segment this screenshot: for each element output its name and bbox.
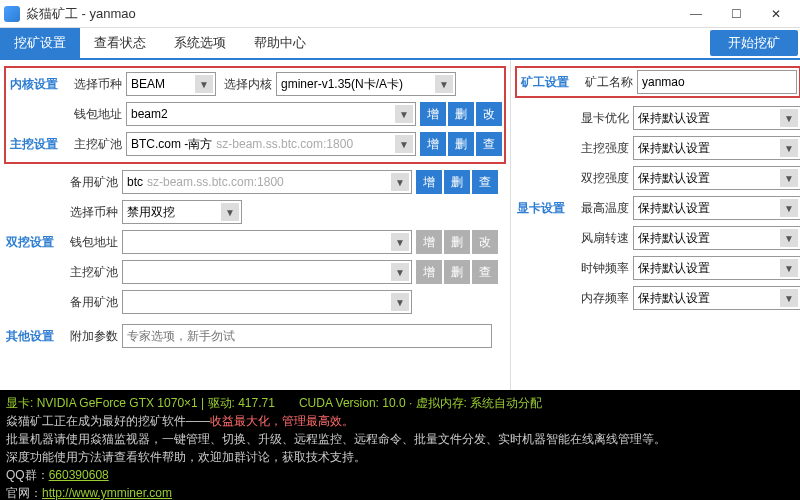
window-title: 焱猫矿工 - yanmao: [26, 5, 676, 23]
extra-params-input[interactable]: [122, 324, 492, 348]
console-line: 批量机器请使用焱猫监视器，一键管理、切换、升级、远程监控、远程命令、批量文件分发…: [6, 430, 794, 448]
kernel-section-highlight: 内核设置 选择币种 BEAM ▼ 选择内核 gminer-v1.35(N卡/A卡…: [4, 66, 506, 164]
chevron-down-icon: ▼: [221, 203, 239, 221]
console-line: QQ群：660390608: [6, 466, 794, 484]
miner-section-label: 矿工设置: [519, 74, 579, 91]
wallet-del-button[interactable]: 删: [448, 102, 474, 126]
dual-section-label: 双挖设置: [4, 234, 64, 251]
dual-pool-add-button: 增: [416, 260, 442, 284]
titlebar: 焱猫矿工 - yanmao — ☐ ✕: [0, 0, 800, 28]
chevron-down-icon: ▼: [780, 259, 798, 277]
backup-chk-button[interactable]: 查: [472, 170, 498, 194]
dual-wallet-add-button: 增: [416, 230, 442, 254]
chevron-down-icon: ▼: [780, 109, 798, 127]
tab-bar: 挖矿设置 查看状态 系统选项 帮助中心 开始挖矿: [0, 28, 800, 60]
pool-chk-button[interactable]: 查: [476, 132, 502, 156]
start-mining-button[interactable]: 开始挖矿: [710, 30, 798, 56]
chevron-down-icon: ▼: [435, 75, 453, 93]
other-section-label: 其他设置: [4, 328, 64, 345]
backup-pool-label: 备用矿池: [64, 174, 122, 191]
miner-name-label: 矿工名称: [579, 74, 637, 91]
tab-mining-settings[interactable]: 挖矿设置: [0, 28, 80, 58]
chevron-down-icon: ▼: [780, 139, 798, 157]
pool-select[interactable]: BTC.com -南方sz-beam.ss.btc.com:1800 ▼: [126, 132, 416, 156]
fan-label: 风扇转速: [575, 230, 633, 247]
chevron-down-icon: ▼: [395, 135, 413, 153]
gpu-section-label: 显卡设置: [515, 200, 575, 217]
left-panel: 内核设置 选择币种 BEAM ▼ 选择内核 gminer-v1.35(N卡/A卡…: [0, 60, 511, 390]
dual-pool-select[interactable]: ▼: [122, 260, 412, 284]
backup-del-button[interactable]: 删: [444, 170, 470, 194]
clock-label: 时钟频率: [575, 260, 633, 277]
wallet-label: 钱包地址: [68, 106, 126, 123]
chevron-down-icon: ▼: [195, 75, 213, 93]
chevron-down-icon: ▼: [780, 229, 798, 247]
console-line: 深度功能使用方法请查看软件帮助，欢迎加群讨论，获取技术支持。: [6, 448, 794, 466]
temp-label: 最高温度: [575, 200, 633, 217]
minimize-button[interactable]: —: [676, 2, 716, 26]
website-link[interactable]: http://www.ymminer.com: [42, 486, 172, 500]
dual-coin-select[interactable]: 禁用双挖 ▼: [122, 200, 242, 224]
console-line: 焱猫矿工正在成为最好的挖矿软件——收益最大化，管理最高效。: [6, 412, 794, 430]
tab-status[interactable]: 查看状态: [80, 28, 160, 58]
console-line: 官网：http://www.ymminer.com: [6, 484, 794, 500]
kernel-select[interactable]: gminer-v1.35(N卡/A卡) ▼: [276, 72, 456, 96]
chevron-down-icon: ▼: [780, 289, 798, 307]
dual-wallet-del-button: 删: [444, 230, 470, 254]
kernel-section-label: 内核设置: [8, 76, 68, 93]
pool-del-button[interactable]: 删: [448, 132, 474, 156]
chevron-down-icon: ▼: [391, 293, 409, 311]
dual-int-label: 双挖强度: [575, 170, 633, 187]
mem-label: 内存频率: [575, 290, 633, 307]
gpu-info-line: 显卡: NVIDIA GeForce GTX 1070×1 | 驱动: 417.…: [6, 394, 794, 412]
qq-group-link[interactable]: 660390608: [49, 468, 109, 482]
backup-add-button[interactable]: 增: [416, 170, 442, 194]
clock-select[interactable]: 保持默认设置▼: [633, 256, 800, 280]
dual-pool-label: 主挖矿池: [64, 264, 122, 281]
dual-backup-label: 备用矿池: [64, 294, 122, 311]
dual-int-select[interactable]: 保持默认设置▼: [633, 166, 800, 190]
wallet-select[interactable]: beam2 ▼: [126, 102, 416, 126]
app-icon: [4, 6, 20, 22]
gpu-opt-select[interactable]: 保持默认设置▼: [633, 106, 800, 130]
dual-pool-del-button: 删: [444, 260, 470, 284]
chevron-down-icon: ▼: [780, 169, 798, 187]
fan-select[interactable]: 保持默认设置▼: [633, 226, 800, 250]
main-panel: 内核设置 选择币种 BEAM ▼ 选择内核 gminer-v1.35(N卡/A卡…: [0, 60, 800, 390]
mem-select[interactable]: 保持默认设置▼: [633, 286, 800, 310]
pool-add-button[interactable]: 增: [420, 132, 446, 156]
maximize-button[interactable]: ☐: [716, 2, 756, 26]
tab-system-options[interactable]: 系统选项: [160, 28, 240, 58]
extra-params-label: 附加参数: [64, 328, 122, 345]
main-int-select[interactable]: 保持默认设置▼: [633, 136, 800, 160]
main-int-label: 主挖强度: [575, 140, 633, 157]
chevron-down-icon: ▼: [391, 263, 409, 281]
dual-backup-select[interactable]: ▼: [122, 290, 412, 314]
temp-select[interactable]: 保持默认设置▼: [633, 196, 800, 220]
chevron-down-icon: ▼: [391, 233, 409, 251]
pool-label: 主挖矿池: [68, 136, 126, 153]
tab-help[interactable]: 帮助中心: [240, 28, 320, 58]
chevron-down-icon: ▼: [395, 105, 413, 123]
console-output: 显卡: NVIDIA GeForce GTX 1070×1 | 驱动: 417.…: [0, 390, 800, 500]
chevron-down-icon: ▼: [391, 173, 409, 191]
main-section-label: 主挖设置: [8, 136, 68, 153]
right-panel: 矿工设置 矿工名称 显卡优化保持默认设置▼ 主挖强度保持默认设置▼ 双挖强度保持…: [511, 60, 800, 390]
gpu-opt-label: 显卡优化: [575, 110, 633, 127]
dual-wallet-mod-button: 改: [472, 230, 498, 254]
dual-coin-label: 选择币种: [64, 204, 122, 221]
dual-wallet-label: 钱包地址: [64, 234, 122, 251]
miner-name-highlight: 矿工设置 矿工名称: [515, 66, 800, 98]
coin-select[interactable]: BEAM ▼: [126, 72, 216, 96]
wallet-mod-button[interactable]: 改: [476, 102, 502, 126]
chevron-down-icon: ▼: [780, 199, 798, 217]
close-button[interactable]: ✕: [756, 2, 796, 26]
backup-pool-select[interactable]: btcsz-beam.ss.btc.com:1800 ▼: [122, 170, 412, 194]
dual-pool-chk-button: 查: [472, 260, 498, 284]
coin-label: 选择币种: [68, 76, 126, 93]
wallet-add-button[interactable]: 增: [420, 102, 446, 126]
kernel-label: 选择内核: [216, 76, 276, 93]
miner-name-input[interactable]: [637, 70, 797, 94]
dual-wallet-select[interactable]: ▼: [122, 230, 412, 254]
